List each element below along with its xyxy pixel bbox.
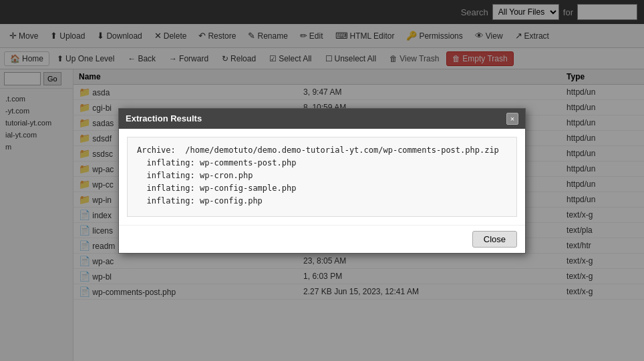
extraction-output: Archive: /home/demotuto/demo.demo-tutori… (127, 137, 517, 217)
modal-title-bar: Extraction Results × (119, 109, 525, 129)
modal-title: Extraction Results (126, 113, 202, 123)
extraction-results-modal: Extraction Results × Archive: /home/demo… (118, 108, 526, 254)
modal-close-x-button[interactable]: × (506, 113, 518, 125)
close-button[interactable]: Close (472, 231, 517, 248)
modal-body: Archive: /home/demotuto/demo.demo-tutori… (119, 129, 525, 225)
modal-footer: Close (119, 225, 525, 253)
modal-overlay: Extraction Results × Archive: /home/demo… (0, 0, 644, 361)
